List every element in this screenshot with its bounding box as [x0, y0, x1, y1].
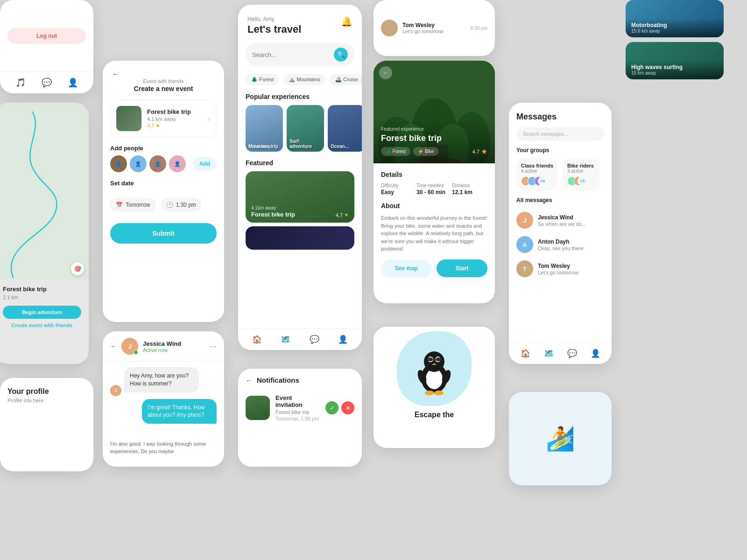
avatar-1[interactable]: 👤 [110, 155, 127, 172]
avatar-4[interactable]: 👤 [169, 155, 186, 172]
event-subtitle: Event with friends [103, 78, 224, 84]
msg-name-1: Anton Dayh [538, 238, 584, 245]
event-time-picker[interactable]: 🕐 1:30 pm [161, 198, 202, 212]
map-trip-distance: 2.1 km [0, 294, 89, 300]
popular-item-0[interactable]: Mountain trip 5.1km away [246, 105, 283, 152]
popular-item-2[interactable]: Ocean... [328, 105, 362, 152]
featured-card-2[interactable] [246, 226, 354, 250]
notification-trip: Forest bike trip [275, 409, 320, 415]
tom-message: Let's go tomorrow [402, 28, 443, 34]
see-map-button[interactable]: See map [381, 259, 432, 277]
jessica-tiny-avatar: J [110, 385, 121, 396]
nav-user-icon[interactable]: 👤 [338, 335, 348, 344]
group-av-more: +4 [538, 176, 547, 186]
submit-event-button[interactable]: Submit [110, 223, 217, 244]
tom-time: 6:33 pm [471, 26, 487, 31]
card-notifications: ← Notifications Event invitation Forest … [238, 369, 362, 467]
travel-search-button[interactable]: 🔍 [334, 48, 348, 62]
msg-nav-map-icon[interactable]: 🗺️ [544, 349, 554, 358]
activity-card-0[interactable]: Motorboating 15.6 km away [626, 0, 724, 37]
detail-stat-0: Difficulty Easy [381, 183, 416, 196]
card-messages: Messages Search messages... Your groups … [509, 103, 612, 364]
begin-adventure-button[interactable]: Begin adventure [3, 306, 81, 319]
escape2-figure: 🏄 [546, 425, 575, 452]
create-event-button[interactable]: Create event with friends [3, 322, 81, 328]
start-button[interactable]: Start [437, 259, 487, 277]
filter-mountains[interactable]: ⛰️ Mountains [283, 74, 326, 85]
travel-hello: Hello, Amy [247, 16, 301, 22]
msg-content-0: Jessica Wind So when are we do... [538, 214, 586, 227]
route-svg [0, 103, 89, 280]
notification-type: Event invitation [275, 394, 320, 408]
notification-item-0[interactable]: Event invitation Forest bike trip Tomorr… [238, 390, 362, 426]
card-escape: Escape the [374, 327, 495, 448]
message-item-1[interactable]: A Anton Dayh Okay, see you there [509, 232, 612, 257]
group-0[interactable]: Class friends 4 active +4 [516, 158, 558, 190]
travel-search-bar[interactable]: 🔍 [246, 43, 354, 66]
escape-title: Escape the [374, 411, 495, 419]
nav-home-icon[interactable]: 🏠 [252, 335, 262, 344]
activity-overlay-1: High waves surfing 15 km away [626, 60, 724, 79]
avatar-2[interactable]: 👤 [130, 155, 147, 172]
detail-details-title: Details [381, 171, 487, 178]
tom-name: Tom Wesley [402, 22, 443, 28]
groups-title: Your groups [509, 147, 612, 158]
map-buttons: Begin adventure Create event with friend… [0, 300, 89, 334]
nav-map-icon[interactable]: 🗺️ [281, 335, 290, 344]
jessica-msg-row-0: J Hey Amy, how are you? How is summer? [110, 367, 217, 396]
event-header: ← [103, 61, 224, 78]
message-item-0[interactable]: J Jessica Wind So when are we do... [509, 208, 612, 232]
location-button[interactable]: 🎯 [71, 262, 84, 275]
popular-label-2: Ocean... [331, 144, 362, 149]
jessica-name: Jessica Wind [143, 340, 181, 347]
svg-rect-15 [427, 357, 433, 361]
detail-back-button[interactable]: ← [379, 66, 392, 79]
activity-card-1[interactable]: High waves surfing 15 km away [626, 42, 724, 79]
msg-nav-home-icon[interactable]: 🏠 [521, 349, 530, 358]
travel-filter-row: 🌲 Forest ⛰️ Mountains 🚢 Cruise [238, 74, 362, 93]
msg-nav-user-icon[interactable]: 👤 [591, 349, 600, 358]
event-back-button[interactable]: ← [112, 70, 120, 78]
detail-chips: 🌲 Forest ⚡ Bike 4.7 ★ [381, 147, 487, 156]
tom-message-item[interactable]: Tom Wesley Let's go tomorrow 6:33 pm [374, 15, 495, 41]
featured-section-title: Featured [238, 159, 362, 171]
groups-row: Class friends 4 active +4 Bike riders 3 … [509, 158, 612, 197]
route-line [11, 112, 57, 278]
filter-forest[interactable]: 🌲 Forest [246, 74, 279, 85]
nav-profile-icon[interactable]: 👤 [68, 77, 78, 88]
popular-item-1[interactable]: Surf adventure [287, 105, 324, 152]
group-1[interactable]: Bike riders 3 active +2 [563, 158, 600, 190]
notification-accept-button[interactable]: ✓ [325, 401, 338, 414]
message-item-2[interactable]: T Tom Wesley Let's go tomorrow [509, 257, 612, 281]
jessica-more-button[interactable]: ⋯ [209, 342, 217, 351]
jessica-header: ← J Jessica Wind Active now ⋯ [103, 331, 224, 362]
event-date-row: 📅 Tomorrow 🕐 1:30 pm [103, 198, 224, 219]
event-title: Create a new event [103, 85, 224, 92]
event-trip-card[interactable]: Forest bike trip 4.1 km away 4.7 ★ › [110, 100, 217, 137]
notifications-header: ← Notifications [238, 369, 362, 390]
jessica-back-button[interactable]: ← [110, 343, 117, 350]
notifications-title: Notifications [257, 376, 299, 384]
avatar-3[interactable]: 👤 [149, 155, 166, 172]
notification-decline-button[interactable]: ✕ [341, 401, 354, 414]
logout-button[interactable]: Log out [7, 28, 86, 44]
msg-nav-chat-icon[interactable]: 💬 [567, 349, 577, 358]
group-active-1: 3 active [567, 168, 595, 174]
nav-chat-icon[interactable]: 💬 [310, 335, 319, 344]
notification-bell-icon[interactable]: 🔔 [341, 16, 352, 27]
notifications-back-button[interactable]: ← [246, 377, 252, 384]
card-travel: Hello, Amy Let's travel 🔔 🔍 🌲 Forest ⛰️ … [238, 5, 362, 350]
nav-music-icon[interactable]: 🎵 [15, 77, 26, 88]
add-person-button[interactable]: Add [193, 157, 217, 171]
svg-rect-16 [436, 357, 442, 361]
event-date-picker[interactable]: 📅 Tomorrow [110, 198, 156, 212]
messages-bottom-nav: 🏠 🗺️ 💬 👤 [509, 343, 612, 364]
msg-content-1: Anton Dayh Okay, see you there [538, 238, 584, 251]
nav-chat-icon[interactable]: 💬 [42, 77, 52, 88]
featured-card[interactable]: Forest bike trip 4.1km away 4.7 ★ [246, 171, 354, 223]
travel-search-input[interactable] [252, 51, 334, 58]
jessica-avatar: J [121, 338, 138, 355]
messages-search-bar[interactable]: Search messages... [516, 127, 604, 140]
tom-message-content: Tom Wesley Let's go tomorrow [402, 22, 443, 34]
filter-cruise[interactable]: 🚢 Cruise [330, 74, 362, 85]
